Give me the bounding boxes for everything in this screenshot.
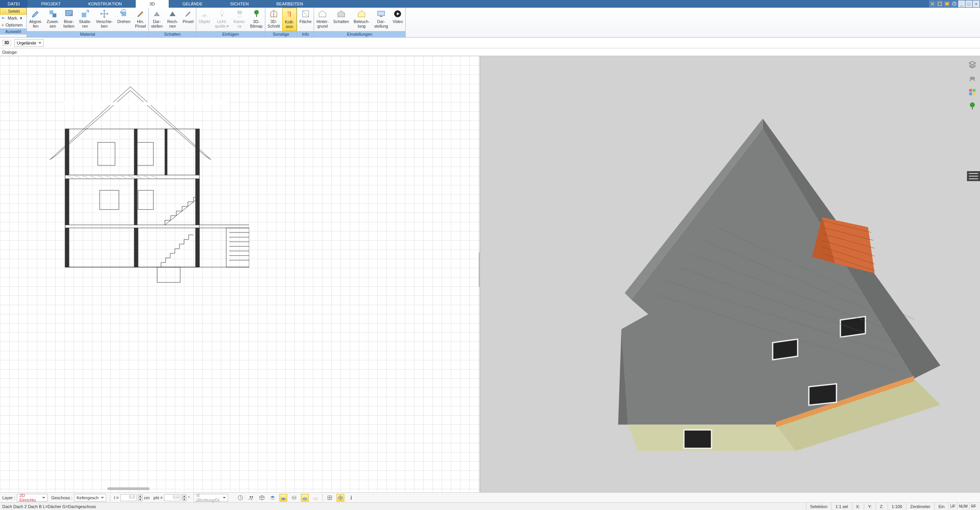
tab-datei[interactable]: DATEI xyxy=(0,0,28,8)
plane-stack-icon[interactable] xyxy=(290,494,298,502)
3d-viewport[interactable] xyxy=(480,56,980,492)
kollision-button[interactable]: Kolli- sion xyxy=(282,8,297,31)
svg-rect-81 xyxy=(684,430,712,448)
tab-3d[interactable]: 3D xyxy=(136,0,169,8)
clock-icon[interactable] xyxy=(237,494,244,502)
status-ein: Ein xyxy=(934,503,949,510)
svg-rect-105 xyxy=(351,497,352,500)
svg-point-102 xyxy=(252,496,253,498)
kamera-button[interactable]: Kame- ra xyxy=(231,8,248,31)
tab-konstruktion[interactable]: KONSTRUKTION xyxy=(74,0,135,8)
mark-button[interactable]: Mark.▾ xyxy=(0,15,26,21)
svg-point-14 xyxy=(254,10,259,15)
hin-pinsel-button[interactable]: Hin. Pinsel xyxy=(133,8,148,31)
layers-flat-icon[interactable] xyxy=(269,494,276,502)
svg-rect-91 xyxy=(970,77,975,79)
plane-z-icon[interactable] xyxy=(301,494,309,502)
pinsel-button[interactable]: Pinsel xyxy=(180,8,196,31)
lichtquelle-button[interactable]: Licht- quelle ▾ xyxy=(212,8,231,31)
group-auswahl-title: Auswahl xyxy=(0,28,26,35)
3d-render xyxy=(480,56,980,451)
maximize-icon[interactable]: □ xyxy=(965,0,972,7)
geschoss-combo[interactable]: Kellergesch xyxy=(74,494,106,502)
users-icon[interactable] xyxy=(247,494,255,502)
params-bar: Layer : 2D Einrichtu Geschoss : Kellerge… xyxy=(0,492,980,502)
terrain-combo[interactable]: Urgelände xyxy=(14,39,44,47)
svg-line-35 xyxy=(136,176,142,178)
minimize-icon[interactable]: _ xyxy=(958,0,965,7)
svg-rect-0 xyxy=(938,2,942,6)
darstellung-button[interactable]: Dar- stellung xyxy=(372,8,390,31)
optionen-button[interactable]: + Optionen xyxy=(0,21,26,28)
phi-spinner[interactable]: ▲▼ xyxy=(182,494,186,501)
tool-icon-1[interactable] xyxy=(929,0,936,7)
layer-combo[interactable]: 2D Einrichtu xyxy=(17,494,48,502)
right-toolbar xyxy=(966,60,978,111)
svg-rect-53 xyxy=(136,142,153,165)
svg-line-28 xyxy=(82,176,88,178)
tab-projekt[interactable]: PROJEKT xyxy=(28,0,75,8)
svg-rect-9 xyxy=(122,12,126,16)
svg-line-37 xyxy=(151,176,157,178)
grid-icon[interactable] xyxy=(326,494,334,502)
objekt-button[interactable]: Objekt xyxy=(196,8,212,31)
rechnen-button[interactable]: Rech- nen xyxy=(165,8,180,31)
l-spinner[interactable]: ▲▼ xyxy=(138,494,143,501)
schatten-einst-button[interactable]: Schatten xyxy=(331,8,351,31)
bearbeiten-button[interactable]: Bear- beiten xyxy=(61,8,77,31)
video-button[interactable]: Video xyxy=(390,8,405,31)
info-icon[interactable] xyxy=(347,494,355,502)
status-x: X: xyxy=(852,503,864,510)
cube-icon[interactable] xyxy=(258,494,266,502)
phi-input[interactable]: 0,0 xyxy=(164,494,180,501)
svg-rect-92 xyxy=(970,80,971,81)
group-einfuegen-title: Einfügen xyxy=(196,31,265,37)
verschieben-button[interactable]: Verschie- ben xyxy=(94,8,115,31)
plane-xy-icon[interactable] xyxy=(280,494,287,502)
drehen-button[interactable]: Drehen xyxy=(115,8,133,31)
svg-point-104 xyxy=(351,495,352,496)
svg-rect-40 xyxy=(65,228,69,267)
group-sonstige-title: Sonstige xyxy=(265,31,297,37)
group-material-title: Material xyxy=(27,31,148,37)
plane-off-icon[interactable] xyxy=(312,494,319,502)
darstellen-button[interactable]: Dar- stellen xyxy=(149,8,165,31)
tab-gelaende[interactable]: GELÄNDE xyxy=(169,0,217,8)
zuweisen-button[interactable]: Zuwei- sen xyxy=(44,8,61,31)
help-icon[interactable]: ? xyxy=(951,0,958,7)
svg-rect-52 xyxy=(98,142,115,165)
svg-point-11 xyxy=(220,11,224,15)
svg-rect-6 xyxy=(53,13,56,17)
materials-icon[interactable] xyxy=(968,87,977,97)
tool-icon-2[interactable] xyxy=(936,0,943,7)
hintergrund-button[interactable]: Hinter- grund xyxy=(314,8,331,31)
selekt-button[interactable]: Selekt xyxy=(0,8,26,15)
svg-rect-56 xyxy=(134,129,137,175)
snap-icon[interactable] xyxy=(337,494,344,502)
tab-sichten[interactable]: SICHTEN xyxy=(216,0,262,8)
3d-schnitt-button[interactable]: 3D- Schnitt xyxy=(265,8,282,31)
svg-rect-58 xyxy=(65,129,69,175)
svg-rect-57 xyxy=(165,129,167,175)
beleuchtung-button[interactable]: Beleuch- tung xyxy=(351,8,372,31)
layers-icon[interactable] xyxy=(968,60,977,69)
svg-rect-17 xyxy=(288,13,289,17)
dl-combo[interactable]: dl (Richtung/Di xyxy=(194,494,228,502)
furniture-icon[interactable] xyxy=(968,74,977,83)
abgreifen-button[interactable]: Abgrei- fen xyxy=(27,8,44,31)
3d-bitmap-button[interactable]: 3D- Bitmap xyxy=(248,8,265,31)
skalieren-button[interactable]: Skalie- ren xyxy=(77,8,94,31)
2d-viewport[interactable] xyxy=(0,56,480,492)
l-input[interactable]: 0,0 xyxy=(120,494,136,501)
right-panel-toggle[interactable] xyxy=(967,171,980,181)
plants-icon[interactable] xyxy=(968,101,977,111)
horizontal-scrollbar[interactable] xyxy=(107,487,150,490)
close-icon[interactable]: × xyxy=(973,0,980,7)
svg-rect-99 xyxy=(972,107,973,110)
svg-point-98 xyxy=(970,102,975,107)
svg-rect-12 xyxy=(221,15,223,17)
tab-bearbeiten[interactable]: BEARBEITEN xyxy=(263,0,317,8)
tool-icon-3[interactable] xyxy=(944,0,950,7)
flaeche-button[interactable]: Fläche xyxy=(297,8,314,31)
dialog-bar: Dialoge: xyxy=(0,48,980,56)
